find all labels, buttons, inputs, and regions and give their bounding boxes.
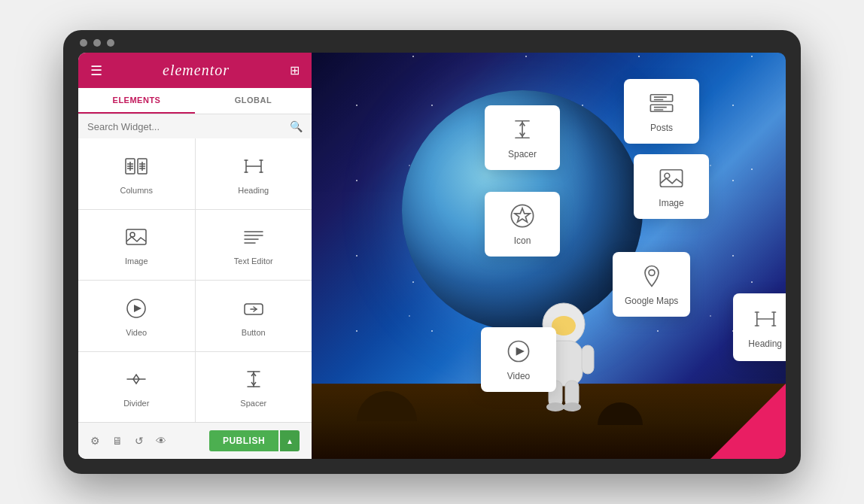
svg-rect-46 — [660, 170, 682, 187]
tab-elements[interactable]: ELEMENTS — [78, 88, 195, 114]
floating-image-card: Image — [634, 154, 709, 219]
floating-heading-outer-card: Heading — [733, 293, 786, 361]
rock2 — [598, 402, 643, 425]
widget-text-editor-label: Text Editor — [234, 257, 273, 266]
footer-icons: ⚙ 🖥 ↺ 👁 — [90, 435, 166, 447]
button-icon — [240, 295, 267, 322]
svg-marker-52 — [516, 347, 525, 355]
floating-maps-card: Google Maps — [613, 252, 690, 317]
hamburger-icon[interactable]: ☰ — [90, 62, 102, 79]
floating-video-card: Video — [481, 327, 556, 392]
widget-button[interactable]: Button — [196, 281, 312, 351]
widget-columns-label: Columns — [120, 186, 153, 195]
search-icon: 🔍 — [290, 120, 303, 132]
tab-global[interactable]: GLOBAL — [195, 88, 312, 114]
sidebar-footer: ⚙ 🖥 ↺ 👁 PUBLISH ▲ — [78, 422, 312, 459]
svg-point-36 — [563, 402, 581, 411]
heading-icon — [240, 153, 267, 180]
svg-point-15 — [130, 232, 135, 237]
publish-arrow-button[interactable]: ▲ — [280, 430, 300, 451]
svg-rect-14 — [126, 229, 146, 244]
main-area: Spacer Posts — [312, 53, 786, 459]
floating-posts-card: Posts — [624, 79, 699, 144]
floating-video-label: Video — [507, 371, 530, 381]
monitor-frame: ☰ elementor ⊞ ELEMENTS GLOBAL 🔍 — [63, 30, 801, 474]
image-icon — [123, 223, 150, 250]
svg-rect-41 — [650, 105, 672, 111]
widget-spacer-label: Spacer — [240, 399, 266, 408]
undo-icon[interactable]: ↺ — [135, 435, 144, 447]
widget-video[interactable]: Video — [78, 281, 195, 351]
sidebar-header: ☰ elementor ⊞ — [78, 53, 312, 88]
widget-divider[interactable]: Divider — [78, 352, 195, 423]
widget-button-label: Button — [242, 328, 266, 337]
grid-icon[interactable]: ⊞ — [290, 63, 300, 77]
sidebar-tabs: ELEMENTS GLOBAL — [78, 88, 312, 114]
eye-icon[interactable]: 👁 — [156, 435, 166, 447]
sidebar: ☰ elementor ⊞ ELEMENTS GLOBAL 🔍 — [78, 53, 312, 459]
monitor-light-2 — [93, 39, 101, 47]
svg-marker-21 — [134, 305, 141, 312]
svg-rect-40 — [650, 95, 672, 102]
monitor-light-1 — [80, 39, 87, 47]
widget-video-label: Video — [126, 328, 147, 337]
settings-icon[interactable]: ⚙ — [90, 435, 100, 447]
svg-point-50 — [649, 270, 655, 276]
widget-heading[interactable]: Heading — [196, 138, 312, 209]
publish-btn-group: PUBLISH ▲ — [209, 430, 300, 451]
columns-icon — [123, 153, 150, 180]
widget-spacer[interactable]: Spacer — [196, 352, 312, 423]
monitor-screen: ☰ elementor ⊞ ELEMENTS GLOBAL 🔍 — [78, 53, 786, 459]
widget-image-label: Image — [125, 257, 148, 266]
text-editor-icon — [240, 223, 267, 250]
widgets-grid: Columns Headi — [78, 138, 312, 422]
monitor-light-3 — [107, 39, 114, 47]
floating-heading-outer-label: Heading — [748, 339, 782, 349]
widget-heading-label: Heading — [238, 186, 269, 195]
floating-maps-label: Google Maps — [625, 296, 678, 306]
spacer-icon — [240, 366, 267, 393]
floating-spacer-label: Spacer — [508, 149, 537, 159]
video-icon — [123, 295, 150, 322]
desktop-icon[interactable]: 🖥 — [112, 435, 123, 447]
widget-divider-label: Divider — [123, 399, 149, 408]
search-input[interactable] — [87, 121, 284, 132]
floating-icon-label: Icon — [514, 235, 531, 246]
elementor-logo: elementor — [163, 62, 230, 79]
widget-columns[interactable]: Columns — [78, 138, 195, 209]
widget-text-editor[interactable]: Text Editor — [196, 210, 312, 281]
divider-icon — [123, 366, 150, 393]
rock1 — [357, 391, 417, 421]
scene: ☰ elementor ⊞ ELEMENTS GLOBAL 🔍 — [18, 19, 846, 485]
monitor-lights — [80, 39, 114, 47]
floating-icon-card: Icon — [485, 192, 560, 257]
publish-button[interactable]: PUBLISH — [209, 430, 278, 451]
svg-marker-49 — [515, 208, 530, 222]
floating-image-label: Image — [659, 198, 683, 208]
widget-image[interactable]: Image — [78, 210, 195, 281]
floating-posts-label: Posts — [650, 123, 673, 133]
svg-point-35 — [546, 402, 564, 411]
svg-point-47 — [665, 173, 670, 178]
floating-spacer-card: Spacer — [485, 105, 560, 170]
svg-rect-32 — [582, 345, 594, 374]
sidebar-search: 🔍 — [78, 114, 312, 138]
